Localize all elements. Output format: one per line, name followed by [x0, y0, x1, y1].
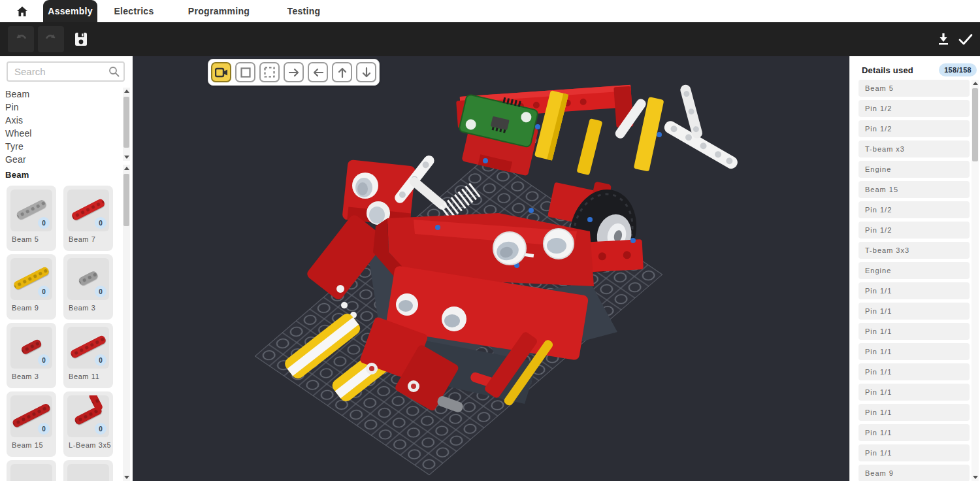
- part-count-badge: 0: [38, 286, 50, 297]
- category-axis[interactable]: Axis: [5, 114, 120, 127]
- parts-grid: 0 Beam 5 0 Beam 7 0 Beam 9: [7, 186, 122, 481]
- part-thumbnail: 0: [67, 190, 109, 231]
- assembly-editor-window: Assembly Electrics Programming Testing: [0, 0, 980, 481]
- search-input[interactable]: [7, 61, 125, 82]
- move-up-button[interactable]: [332, 62, 352, 82]
- detail-item[interactable]: Engine: [858, 161, 970, 178]
- category-scrollbar[interactable]: [123, 88, 130, 161]
- detail-item[interactable]: Engine: [858, 262, 970, 279]
- move-down-button[interactable]: [356, 62, 376, 82]
- detail-item[interactable]: Beam 15: [858, 181, 970, 198]
- save-button[interactable]: [72, 30, 90, 48]
- part-name: Beam 3: [63, 300, 113, 312]
- part-tile-beam-15[interactable]: 0 Beam 15: [7, 391, 56, 457]
- details-list: Beam 5 Pin 1/2 Pin 1/2 T-beam x3 Engine …: [858, 80, 970, 481]
- tab-testing[interactable]: Testing: [274, 0, 333, 22]
- part-tile-beam-5[interactable]: 0 Beam 5: [7, 186, 56, 251]
- part-count-badge: 0: [95, 423, 106, 435]
- details-title: Details used: [862, 65, 913, 75]
- arrow-right-icon: [288, 67, 300, 78]
- viewport-toolbar: [208, 59, 380, 86]
- part-tile-partial-1[interactable]: [7, 460, 56, 481]
- download-icon: [937, 32, 950, 46]
- tab-electrics[interactable]: Electrics: [105, 0, 163, 22]
- 3d-viewport[interactable]: [133, 56, 849, 481]
- undo-button[interactable]: [8, 26, 34, 52]
- detail-item[interactable]: Pin 1/2: [858, 201, 970, 218]
- part-tile-beam-9[interactable]: 0 Beam 9: [7, 254, 56, 320]
- parts-section-title: Beam: [5, 170, 29, 180]
- marquee-select-tool-button[interactable]: [259, 62, 280, 82]
- camera-icon: [215, 67, 228, 78]
- details-count-badge: 158/158: [939, 63, 977, 76]
- part-name: Beam 11: [63, 369, 113, 380]
- detail-item[interactable]: Pin 1/1: [858, 323, 970, 340]
- select-tool-button[interactable]: [235, 62, 255, 82]
- category-beam[interactable]: Beam: [5, 88, 120, 101]
- part-thumbnail: 0: [67, 327, 109, 369]
- category-gear[interactable]: Gear: [5, 153, 120, 166]
- detail-item[interactable]: T-beam 3x3: [858, 242, 970, 259]
- detail-item[interactable]: Pin 1/2: [858, 120, 970, 137]
- part-count-badge: 0: [95, 286, 106, 297]
- part-count-badge: 0: [95, 217, 106, 229]
- category-tyre[interactable]: Tyre: [5, 140, 120, 153]
- part-name: Beam 3: [7, 369, 56, 380]
- detail-item[interactable]: Pin 1/1: [858, 424, 970, 441]
- part-tile-beam-3-grey[interactable]: 0 Beam 3: [63, 254, 113, 320]
- detail-item[interactable]: Pin 1/1: [858, 363, 970, 380]
- save-icon: [74, 31, 88, 47]
- category-pin[interactable]: Pin: [5, 101, 120, 114]
- part-name: L-Beam 3x5: [63, 437, 113, 449]
- parts-scrollbar[interactable]: [123, 165, 130, 481]
- detail-item[interactable]: Pin 1/1: [858, 282, 970, 299]
- part-thumbnail: 0: [10, 258, 52, 300]
- dashed-select-icon: [264, 67, 275, 78]
- part-count-badge: 0: [38, 217, 50, 229]
- move-right-button[interactable]: [284, 62, 304, 82]
- category-list: Beam Pin Axis Wheel Tyre Gear: [5, 88, 120, 166]
- part-tile-beam-3-red[interactable]: 0 Beam 3: [7, 323, 56, 388]
- detail-item[interactable]: Beam 9: [858, 465, 970, 481]
- detail-item[interactable]: Pin 1/1: [858, 384, 970, 401]
- arrow-up-icon: [337, 67, 348, 78]
- download-button[interactable]: [934, 30, 953, 48]
- detail-item[interactable]: Beam 5: [858, 80, 970, 97]
- search-icon: [108, 66, 120, 77]
- tab-assembly[interactable]: Assembly: [43, 0, 97, 22]
- move-left-button[interactable]: [308, 62, 328, 82]
- home-button[interactable]: [16, 5, 29, 18]
- redo-button[interactable]: [38, 26, 64, 52]
- part-count-badge: 0: [95, 354, 106, 366]
- home-icon: [16, 5, 29, 18]
- part-count-badge: 0: [38, 354, 50, 366]
- part-thumbnail: 0: [67, 395, 109, 437]
- undo-icon: [13, 31, 29, 47]
- detail-item[interactable]: T-beam x3: [858, 141, 970, 158]
- part-thumbnail: [10, 464, 52, 481]
- category-wheel[interactable]: Wheel: [5, 127, 120, 140]
- part-tile-beam-11[interactable]: 0 Beam 11: [63, 323, 113, 388]
- part-name: Beam 9: [7, 300, 56, 312]
- part-name: Beam 5: [7, 231, 56, 243]
- part-thumbnail: 0: [10, 327, 52, 369]
- part-tile-beam-7[interactable]: 0 Beam 7: [63, 186, 113, 251]
- part-thumbnail: 0: [10, 395, 52, 437]
- part-thumbnail: 0: [10, 190, 52, 231]
- camera-tool-button[interactable]: [211, 62, 231, 82]
- part-count-badge: 0: [38, 423, 50, 435]
- part-tile-l-beam-3x5[interactable]: 0 L-Beam 3x5: [63, 391, 113, 457]
- detail-item[interactable]: Pin 1/1: [858, 404, 970, 421]
- detail-item[interactable]: Pin 1/2: [858, 100, 970, 117]
- part-thumbnail: [67, 464, 109, 481]
- redo-icon: [43, 31, 59, 47]
- details-scrollbar[interactable]: [972, 80, 979, 481]
- 3d-scene: [133, 56, 849, 481]
- confirm-button[interactable]: [956, 30, 975, 48]
- detail-item[interactable]: Pin 1/1: [858, 343, 970, 360]
- part-tile-partial-2[interactable]: [63, 460, 113, 481]
- detail-item[interactable]: Pin 1/1: [858, 303, 970, 320]
- detail-item[interactable]: Pin 1/1: [858, 444, 970, 461]
- tab-programming[interactable]: Programming: [176, 0, 261, 22]
- detail-item[interactable]: Pin 1/2: [858, 222, 970, 239]
